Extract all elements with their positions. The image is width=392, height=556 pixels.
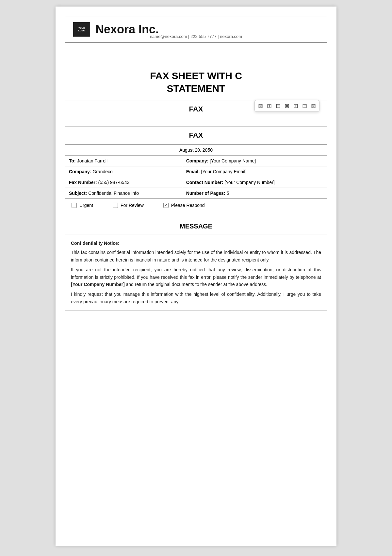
toolbar-icon-4[interactable]: ⊠ xyxy=(285,102,289,110)
pages-cell: Number of Pages: 5 xyxy=(182,188,327,199)
company-number-bold: [Your Company Number] xyxy=(71,282,125,287)
respond-label: Please Respond xyxy=(171,203,205,208)
toolbar-icon-7[interactable]: ⊠ xyxy=(311,102,316,110)
respond-checkbox[interactable] xyxy=(163,203,169,208)
message-paragraph-2: If you are not the intended recipient, y… xyxy=(71,266,321,288)
document-title: FAX SHEET WITH CSTATEMENT xyxy=(56,69,336,95)
company-cell: Company: Grandeco xyxy=(65,166,182,177)
checkbox-row: Urgent For Review Please Respond xyxy=(65,199,327,212)
pages-value: 5 xyxy=(226,191,229,196)
review-label: For Review xyxy=(121,203,144,208)
message-box: Confidentiality Notice: This fax contain… xyxy=(65,234,327,311)
fax-date: August 20, 2050 xyxy=(179,147,213,153)
fax-info-table: August 20, 2050 To: Jonatan Farrell Comp… xyxy=(65,144,327,199)
to-value: Jonatan Farrell xyxy=(77,158,107,163)
company-logo: YOUR LOGO xyxy=(73,22,90,37)
urgent-item[interactable]: Urgent xyxy=(72,203,93,208)
document-header: YOUR LOGO Nexora Inc. xyxy=(65,16,327,43)
toolbar-icon-1[interactable]: ⊠ xyxy=(258,102,263,110)
to-row: To: Jonatan Farrell Company: [Your Compa… xyxy=(65,156,327,166)
right-email-value: [Your Company Email] xyxy=(201,169,247,174)
right-email-cell: Email: [Your Company Email] xyxy=(182,166,327,177)
fax-number-value: (555) 987-6543 xyxy=(98,180,129,185)
message-title: MESSAGE xyxy=(65,223,327,230)
review-checkbox[interactable] xyxy=(113,203,118,208)
company-row: Company: Grandeco Email: [Your Company E… xyxy=(65,166,327,177)
right-email-label: Email: xyxy=(186,169,201,174)
review-item[interactable]: For Review xyxy=(113,203,144,208)
pages-label: Number of Pages: xyxy=(186,191,227,196)
notice-title: Confidentiality Notice: xyxy=(71,240,321,247)
respond-item[interactable]: Please Respond xyxy=(163,203,205,208)
fax-number-row: Fax Number: (555) 987-6543 Contact Numbe… xyxy=(65,177,327,188)
message-section: MESSAGE Confidentiality Notice: This fax… xyxy=(65,223,327,311)
message-paragraph-1: This fax contains confidential informati… xyxy=(71,249,321,263)
message-paragraph-3: I kindly request that you manage this in… xyxy=(71,291,321,305)
company-value: Grandeco xyxy=(92,169,112,174)
right-contact-value: [Your Company Number] xyxy=(224,180,275,185)
header-contact: name@nexora.com | 222 555 7777 | nexora.… xyxy=(150,34,242,39)
fax-box-main: FAX xyxy=(65,126,327,144)
urgent-checkbox[interactable] xyxy=(72,203,77,208)
right-company-label: Company: xyxy=(186,158,210,163)
fax-label-main: FAX xyxy=(70,131,322,140)
subject-cell: Subject: Confidential Finance Info xyxy=(65,188,182,199)
fax-number-cell: Fax Number: (555) 987-6543 xyxy=(65,177,182,188)
company-label: Company: xyxy=(69,169,92,174)
toolbar-icon-3[interactable]: ⊟ xyxy=(276,102,281,110)
right-company-cell: Company: [Your Company Name] xyxy=(182,156,327,166)
to-cell: To: Jonatan Farrell xyxy=(65,156,182,166)
subject-value: Confidential Finance Info xyxy=(88,191,139,196)
fax-number-label: Fax Number: xyxy=(69,180,98,185)
right-contact-cell: Contact Number: [Your Company Number] xyxy=(182,177,327,188)
toolbar-overlay[interactable]: ⊠ ⊞ ⊟ ⊠ ⊞ ⊟ ⊠ xyxy=(254,100,319,112)
document-page: YOUR LOGO Nexora Inc. name@nexora.com | … xyxy=(56,7,336,546)
toolbar-icon-5[interactable]: ⊞ xyxy=(293,102,298,110)
subject-row: Subject: Confidential Finance Info Numbe… xyxy=(65,188,327,199)
urgent-label: Urgent xyxy=(79,203,93,208)
subject-label: Subject: xyxy=(69,191,88,196)
right-contact-label: Contact Number: xyxy=(186,180,224,185)
right-company-value: [Your Company Name] xyxy=(210,158,256,163)
to-label: To: xyxy=(69,158,76,163)
toolbar-icon-6[interactable]: ⊟ xyxy=(302,102,307,110)
company-name: Nexora Inc. xyxy=(95,23,159,36)
title-text: FAX SHEET WITH CSTATEMENT xyxy=(56,69,336,95)
date-row: August 20, 2050 xyxy=(65,145,327,156)
toolbar-icon-2[interactable]: ⊞ xyxy=(267,102,272,110)
